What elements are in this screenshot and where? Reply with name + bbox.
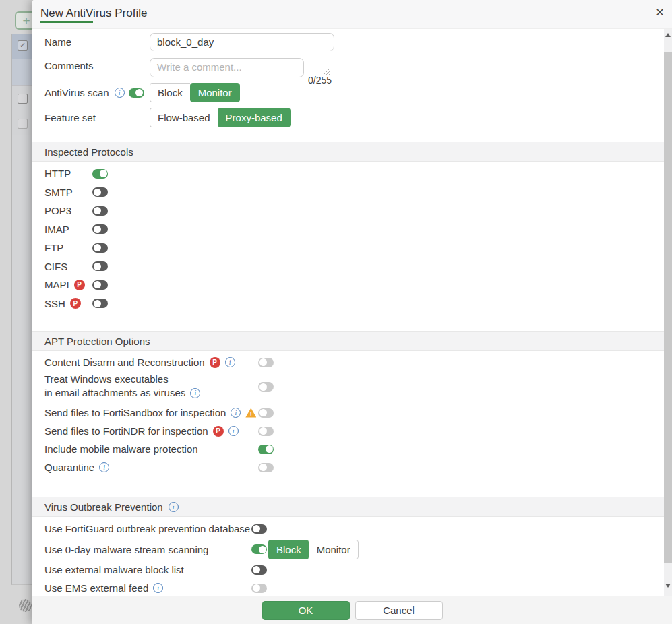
ssh-toggle[interactable]	[92, 299, 108, 308]
zero-day-mode-segmented: Block Monitor	[268, 540, 359, 559]
new-antivirus-profile-dialog: New AntiVirus Profile ✕ Name Comments 0/…	[32, 0, 672, 624]
proxy-based-button[interactable]: Proxy-based	[218, 108, 291, 127]
fortisandbox-toggle	[258, 408, 274, 418]
protocols-list: HTTP SMTP POP3 IMAP FTP CIFS	[32, 162, 664, 313]
ems-external-feed-row: Use EMS external feed i	[32, 579, 664, 596]
cancel-button[interactable]: Cancel	[355, 601, 443, 620]
info-icon[interactable]: i	[99, 462, 109, 472]
info-icon[interactable]: i	[115, 88, 125, 98]
protocol-label: POP3	[44, 205, 71, 216]
row-label-line2: in email attachments as viruses	[44, 386, 185, 400]
close-icon[interactable]: ✕	[652, 5, 667, 20]
checkbox-unchecked	[18, 94, 28, 104]
mapi-toggle[interactable]	[92, 280, 108, 290]
quarantine-toggle	[258, 463, 274, 472]
imap-toggle[interactable]	[92, 224, 108, 234]
ok-button[interactable]: OK	[262, 601, 350, 620]
protocol-row-ssh: SSH P	[32, 294, 664, 313]
smtp-toggle[interactable]	[92, 187, 108, 197]
content-disarm-row: Content Disarm and Reconstruction P i	[32, 353, 664, 371]
protocol-row-imap: IMAP	[32, 220, 664, 239]
external-malware-list-row: Use external malware block list	[32, 561, 664, 579]
antivirus-scan-toggle[interactable]	[129, 88, 144, 98]
proxy-only-badge: P	[213, 426, 224, 437]
row-label: Include mobile malware protection	[44, 443, 198, 455]
row-label: Content Disarm and Reconstruction	[44, 356, 205, 368]
comments-counter: 0/255	[308, 75, 332, 86]
name-label: Name	[44, 36, 150, 48]
dimmed-background: + ✓	[0, 0, 32, 624]
comments-label: Comments	[44, 58, 150, 71]
checkbox-checked: ✓	[18, 40, 28, 51]
protocol-row-smtp: SMTP	[32, 183, 664, 202]
forticare-widget-icon	[19, 599, 32, 612]
row-label: Quarantine	[44, 462, 94, 473]
flow-based-button[interactable]: Flow-based	[150, 108, 218, 127]
vertical-scrollbar[interactable]	[664, 29, 672, 596]
info-icon[interactable]: i	[169, 502, 179, 512]
scan-monitor-button[interactable]: Monitor	[190, 83, 240, 102]
row-label: Use external malware block list	[44, 564, 184, 575]
protocol-row-mapi: MAPI P	[32, 276, 664, 294]
row-label: Send files to FortiNDR for inspection	[44, 425, 208, 437]
proxy-only-badge: P	[74, 280, 85, 290]
background-table: ✓	[11, 34, 32, 585]
name-input[interactable]	[150, 33, 334, 51]
row-label: Use FortiGuard outbreak prevention datab…	[44, 523, 250, 534]
fortisandbox-row: Send files to FortiSandbox for inspectio…	[32, 404, 664, 422]
zero-day-monitor-button[interactable]: Monitor	[309, 540, 359, 559]
info-icon[interactable]: i	[190, 388, 200, 398]
row-label: Use 0-day malware stream scanning	[44, 544, 208, 555]
zero-day-block-button[interactable]: Block	[268, 540, 309, 559]
protocol-label: MAPI	[44, 279, 69, 290]
scroll-up-icon[interactable]	[665, 33, 671, 37]
scan-block-button[interactable]: Block	[150, 83, 190, 102]
treat-windows-executables-toggle	[258, 382, 274, 392]
cifs-toggle[interactable]	[92, 261, 108, 271]
protocol-row-ftp: FTP	[32, 239, 664, 257]
protocol-label: IMAP	[44, 224, 69, 235]
fortindr-toggle	[258, 427, 274, 436]
protocol-label: HTTP	[44, 168, 71, 179]
mobile-malware-row: Include mobile malware protection	[32, 440, 664, 458]
info-icon[interactable]: i	[153, 583, 163, 593]
ems-external-feed-toggle	[251, 584, 267, 593]
pop3-toggle[interactable]	[92, 206, 108, 216]
table-row	[12, 59, 32, 86]
protocol-row-cifs: CIFS	[32, 257, 664, 276]
table-row	[12, 86, 32, 113]
zero-day-scanning-toggle[interactable]	[251, 544, 267, 554]
antivirus-scan-row: AntiVirus scan i Block Monitor	[32, 83, 664, 102]
row-label: Send files to FortiSandbox for inspectio…	[44, 407, 226, 418]
checkbox-unchecked	[18, 119, 28, 129]
protocol-row-http: HTTP	[32, 164, 664, 183]
feature-set-row: Feature set Flow-based Proxy-based	[32, 108, 664, 127]
comments-input[interactable]	[150, 58, 304, 77]
protocol-label: CIFS	[44, 261, 67, 272]
http-toggle[interactable]	[92, 169, 108, 179]
comments-wrap: 0/255	[150, 58, 332, 77]
apt-options-list: Content Disarm and Reconstruction P i Tr…	[32, 351, 664, 476]
protocol-row-pop3: POP3	[32, 201, 664, 220]
table-row: ✓	[12, 34, 32, 59]
fortiguard-outbreak-row: Use FortiGuard outbreak prevention datab…	[32, 520, 664, 538]
info-icon[interactable]: i	[225, 357, 235, 367]
fortiguard-outbreak-toggle[interactable]	[251, 524, 267, 534]
dialog-footer: OK Cancel	[32, 596, 672, 624]
proxy-only-badge: P	[70, 298, 81, 309]
info-icon[interactable]: i	[228, 426, 239, 436]
antivirus-scan-label: AntiVirus scan	[44, 87, 109, 98]
mobile-malware-toggle[interactable]	[258, 445, 274, 454]
fortindr-row: Send files to FortiNDR for inspection P …	[32, 422, 664, 440]
dialog-title: New AntiVirus Profile	[40, 7, 147, 20]
scroll-down-icon[interactable]	[665, 584, 671, 588]
title-underline	[40, 21, 93, 23]
external-malware-list-toggle[interactable]	[251, 565, 267, 575]
table-row	[12, 113, 32, 135]
scrollbar-thumb[interactable]	[664, 52, 672, 563]
info-icon[interactable]: i	[231, 408, 241, 418]
comments-row: Comments 0/255	[32, 58, 664, 77]
ftp-toggle[interactable]	[92, 243, 108, 253]
warning-icon[interactable]: !	[245, 408, 256, 418]
protocol-label: SMTP	[44, 187, 73, 198]
